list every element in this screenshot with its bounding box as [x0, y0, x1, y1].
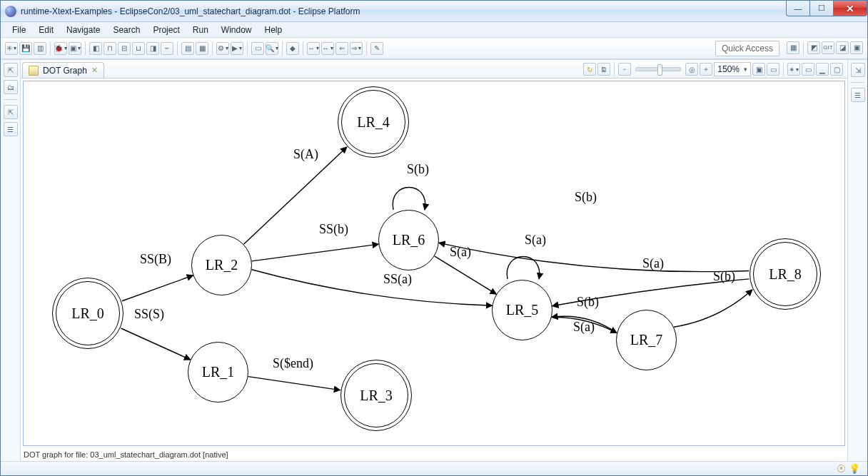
menu-run[interactable]: Run [187, 24, 214, 36]
zoom-thumb[interactable] [657, 64, 662, 76]
restore-view2-icon[interactable]: ⇱ [4, 105, 18, 119]
graph-node-LR_2[interactable]: LR_2 [191, 235, 252, 295]
zoom-in-icon[interactable]: ＋ [700, 63, 712, 76]
edge-LR_7-LR_8 [674, 290, 752, 327]
graph-node-LR_3[interactable]: LR_3 [344, 363, 408, 427]
maximize-view-icon[interactable]: ▢ [830, 63, 843, 76]
eclipse-icon [5, 6, 16, 17]
align-top-icon[interactable]: ⊓ [104, 42, 116, 55]
edge-label-LR_2-LR_6: SS(b) [319, 222, 348, 237]
right-trim: ⇲ ☰ [847, 60, 867, 461]
edge-label-LR_8-LR_5: S(a) [642, 256, 664, 271]
tab-close-icon[interactable]: ✕ [91, 66, 98, 75]
back-icon[interactable]: ⇐ [335, 42, 348, 55]
align-center-v-icon[interactable]: ⫟ [161, 42, 173, 55]
edge-LR_2-LR_5 [252, 270, 493, 305]
outline-right-icon[interactable]: ☰ [851, 88, 865, 102]
menu-window[interactable]: Window [216, 24, 258, 36]
distribute-h-icon[interactable]: ▤ [181, 42, 194, 55]
external-tools-icon[interactable]: ⚙ [216, 42, 229, 55]
outline-view-icon[interactable]: ☰ [4, 122, 18, 136]
nav-back-dropdown-icon[interactable]: ↔ [307, 42, 320, 55]
edge-LR_8-LR_6 [439, 243, 749, 271]
layout-dropdown-icon[interactable]: ✶ [787, 63, 800, 76]
restore-view-icon[interactable]: ⇱ [4, 63, 18, 77]
graph-node-LR_1[interactable]: LR_1 [188, 342, 248, 402]
save-icon[interactable]: 💾 [19, 42, 32, 55]
edge-LR_6-LR_6 [393, 188, 425, 211]
nav-fwd-dropdown-icon[interactable]: ↔ [321, 42, 334, 55]
menu-navigate[interactable]: Navigate [61, 24, 106, 36]
edge-LR_0-LR_2 [122, 275, 193, 301]
edge-label-LR_8-LR_6: S(b) [575, 190, 597, 205]
run-last-icon[interactable]: ▶ [231, 42, 243, 55]
link-editor-icon[interactable]: ▭ [802, 63, 814, 76]
refresh-icon[interactable]: ↻ [583, 63, 596, 76]
align-left-icon[interactable]: ◧ [89, 42, 102, 55]
minimize-button[interactable]: — [786, 1, 810, 16]
java-perspective-icon[interactable]: ▣ [850, 41, 863, 54]
export-image-icon[interactable]: 🗎 [597, 63, 610, 76]
git-perspective-icon[interactable]: GIT [822, 41, 834, 54]
open-perspective-icon[interactable]: ▦ [787, 41, 799, 54]
pin-icon[interactable]: ✎ [370, 42, 383, 55]
plugin-perspective-icon[interactable]: ◩ [807, 41, 820, 54]
menubar: File Edit Navigate Search Project Run Wi… [1, 22, 867, 38]
main-toolbar: ✳ 💾 ▥ 🐞 ▣ ◧ ⊓ ⊟ ⊔ ◨ ⫟ ▤ ▦ ⚙ ▶ ▭ 🔍 ◆ ↔ ↔ … [1, 38, 867, 59]
edge-label-LR_6-LR_6: S(b) [407, 162, 429, 177]
debug-dropdown-icon[interactable]: 🐞 [54, 42, 67, 55]
menu-help[interactable]: Help [259, 24, 288, 36]
zoom-slider[interactable] [635, 67, 681, 71]
minimize-view-icon[interactable]: ▁ [816, 63, 829, 76]
save-all-icon[interactable]: ▥ [34, 42, 46, 55]
distribute-v-icon[interactable]: ▦ [196, 42, 208, 55]
edge-LR_1-LR_3 [248, 377, 340, 390]
edge-label-LR_1-LR_3: S($end) [273, 356, 313, 371]
zoom-out-icon[interactable]: － [618, 63, 631, 76]
graph-node-LR_6[interactable]: LR_6 [378, 210, 439, 270]
toggle-mark-icon[interactable]: ◆ [286, 42, 299, 55]
graph-node-LR_0[interactable]: LR_0 [56, 281, 120, 345]
run-dropdown-icon[interactable]: ▣ [69, 42, 81, 55]
new-dropdown-icon[interactable]: ✳ [5, 42, 18, 55]
zoom-combo[interactable]: 150% [714, 62, 751, 76]
titlebar[interactable]: runtime-Xtext-Examples - EclipseCon2/03_… [1, 1, 867, 22]
align-right-icon[interactable]: ◨ [146, 42, 159, 55]
close-button[interactable]: ✕ [833, 1, 867, 16]
debug-perspective-icon[interactable]: ◪ [836, 41, 849, 54]
maximize-button[interactable]: ☐ [809, 1, 834, 16]
graph-canvas[interactable]: LR_0LR_1LR_2LR_3LR_4LR_5LR_6LR_7LR_8SS(B… [23, 81, 845, 446]
restore-right-icon[interactable]: ⇲ [851, 63, 865, 77]
package-explorer-icon[interactable]: 🗂 [4, 80, 18, 94]
edge-label-LR_7-LR_8: S(b) [713, 269, 735, 284]
search-dropdown-icon[interactable]: 🔍 [266, 42, 278, 55]
menu-file[interactable]: File [6, 24, 31, 36]
zoom-width-icon[interactable]: ▭ [767, 63, 779, 76]
zoom-page-icon[interactable]: ▣ [752, 63, 765, 76]
align-center-h-icon[interactable]: ⊟ [118, 42, 131, 55]
edge-label-LR_2-LR_5: SS(a) [383, 272, 412, 287]
edge-label-LR_5-LR_5: S(a) [525, 233, 546, 248]
menu-search[interactable]: Search [107, 24, 146, 36]
graph-node-LR_4[interactable]: LR_4 [341, 90, 405, 154]
menu-project[interactable]: Project [147, 24, 185, 36]
zoom-fit-icon[interactable]: ◎ [685, 63, 698, 76]
quick-access-field[interactable]: Quick Access [715, 41, 779, 56]
view-status-line: DOT graph for file: 03_uml_statechart_di… [21, 448, 847, 461]
edge-label-LR_6-LR_5: S(a) [450, 245, 471, 260]
menu-edit[interactable]: Edit [33, 24, 59, 36]
graph-node-LR_5[interactable]: LR_5 [492, 280, 552, 340]
eclipse-window: runtime-Xtext-Examples - EclipseCon2/03_… [0, 0, 868, 476]
edge-LR_2-LR_6 [252, 244, 379, 261]
graph-node-LR_7[interactable]: LR_7 [616, 310, 677, 370]
edge-label-LR_2-LR_4: S(A) [293, 147, 318, 162]
left-trim: ⇱ 🗂 ⇱ ☰ [1, 60, 21, 461]
tab-dot-graph[interactable]: DOT Graph ✕ [22, 62, 104, 78]
open-type-icon[interactable]: ▭ [251, 42, 264, 55]
graph-node-LR_8[interactable]: LR_8 [753, 242, 817, 306]
tip-icon[interactable]: ⦿ 💡 [837, 463, 860, 474]
edge-label-LR_5-LR_7: S(b) [577, 295, 599, 310]
history-dropdown-icon[interactable]: ⇒ [350, 42, 363, 55]
align-bottom-icon[interactable]: ⊔ [132, 42, 145, 55]
editor-tabrow: DOT Graph ✕ ↻ 🗎 － ◎ ＋ 150% ▣ ▭ ✶ ▭ [21, 60, 847, 79]
